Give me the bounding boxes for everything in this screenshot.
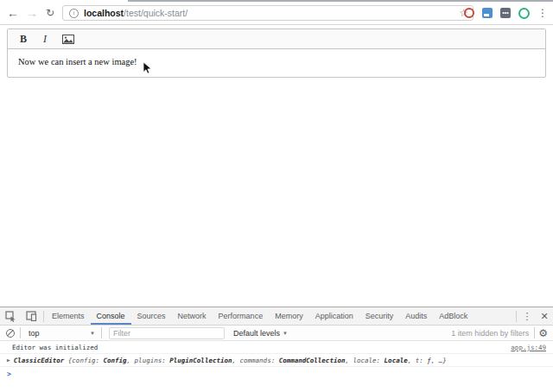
tab-performance[interactable]: Performance	[213, 307, 270, 325]
source-link[interactable]: app.js:49	[511, 344, 546, 351]
url-host: localhost	[84, 8, 124, 18]
tab-network[interactable]: Network	[172, 307, 213, 325]
extension-icon-red-ring[interactable]	[464, 8, 474, 18]
tab-adblock[interactable]: AdBlock	[433, 307, 474, 325]
devtools-window-controls: ⋮ ✕	[514, 307, 553, 325]
back-icon[interactable]: ←	[7, 5, 19, 21]
execution-context-selector[interactable]: top ▼	[29, 329, 99, 338]
devtools-panel: Elements Console Sources Network Perform…	[0, 307, 553, 392]
clear-console-icon[interactable]	[6, 329, 15, 338]
levels-label: Default levels	[233, 329, 280, 338]
reload-icon[interactable]: ↻	[46, 5, 54, 21]
browser-menu-icon[interactable]: ⋮	[537, 8, 548, 18]
toolbar-divider	[534, 327, 535, 338]
bold-button[interactable]: B	[16, 33, 31, 46]
tab-memory[interactable]: Memory	[269, 307, 309, 325]
rich-text-editor: B I Now we can insert a new image!	[7, 28, 546, 78]
log-text: Editor was initialized	[12, 344, 98, 351]
tab-application[interactable]: Application	[309, 307, 359, 325]
url-path: /test/quick-start/	[124, 8, 188, 18]
console-messages: Editor was initialized app.js:49 ▶ Class…	[0, 341, 553, 382]
tab-sources[interactable]: Sources	[131, 307, 172, 325]
console-log-row: Editor was initialized app.js:49	[0, 341, 553, 354]
disclosure-triangle-icon[interactable]: ▶	[7, 357, 10, 363]
browser-window: ← → ↻ i localhost/test/quick-start/ ☆ ••…	[0, 0, 553, 392]
page-info-icon[interactable]: i	[69, 9, 79, 18]
tab-console[interactable]: Console	[91, 307, 131, 325]
toolbar-divider	[516, 311, 517, 322]
console-object-row[interactable]: ▶ ClassicEditor {config: Config, plugins…	[0, 354, 553, 367]
toolbar-divider	[101, 327, 102, 338]
inspect-icon	[5, 311, 16, 322]
devtools-close-icon[interactable]: ✕	[536, 307, 553, 325]
browser-toolbar: ← → ↻ i localhost/test/quick-start/ ☆ ••…	[0, 2, 553, 25]
editor-content[interactable]: Now we can insert a new image!	[8, 49, 545, 77]
device-toolbar-button[interactable]	[21, 307, 41, 325]
log-levels-dropdown[interactable]: Default levels ▼	[233, 329, 288, 338]
image-icon	[62, 35, 74, 44]
toolbar-divider	[43, 311, 44, 322]
chevron-down-icon: ▼	[90, 331, 99, 336]
forward-icon: →	[26, 5, 38, 21]
extension-icon-blue-window[interactable]	[482, 8, 493, 18]
italic-button[interactable]: I	[37, 33, 53, 46]
context-label: top	[29, 329, 40, 338]
hidden-items-info: 1 item hidden by filters	[451, 329, 529, 338]
device-toolbar-icon	[26, 311, 37, 321]
address-bar[interactable]: i localhost/test/quick-start/ ☆	[62, 5, 474, 21]
console-prompt[interactable]: >	[0, 367, 553, 382]
inspect-element-button[interactable]	[0, 307, 21, 325]
devtools-menu-icon[interactable]: ⋮	[518, 307, 536, 325]
tab-audits[interactable]: Audits	[399, 307, 433, 325]
tab-security[interactable]: Security	[359, 307, 400, 325]
extensions-area: ••• ⋮	[464, 5, 548, 21]
extension-icon-dots[interactable]: •••	[500, 8, 511, 18]
tab-elements[interactable]: Elements	[46, 307, 91, 325]
insert-image-button[interactable]	[62, 35, 78, 44]
editor-toolbar: B I	[8, 29, 545, 49]
chevron-down-icon: ▼	[283, 331, 288, 336]
extension-icon-green-ring[interactable]	[518, 8, 530, 19]
url-text[interactable]: localhost/test/quick-start/	[84, 8, 188, 18]
devtools-tab-bar: Elements Console Sources Network Perform…	[0, 307, 553, 326]
console-filter-input[interactable]	[109, 327, 225, 339]
mouse-cursor	[143, 61, 152, 75]
object-preview: ClassicEditor {config: Config, plugins: …	[14, 357, 447, 364]
console-settings-gear-icon[interactable]: ⚙	[538, 328, 548, 338]
toolbar-divider	[20, 327, 21, 338]
console-toolbar: top ▼ Default levels ▼ 1 item hidden by …	[0, 326, 553, 341]
prompt-chevron-icon: >	[7, 370, 11, 378]
